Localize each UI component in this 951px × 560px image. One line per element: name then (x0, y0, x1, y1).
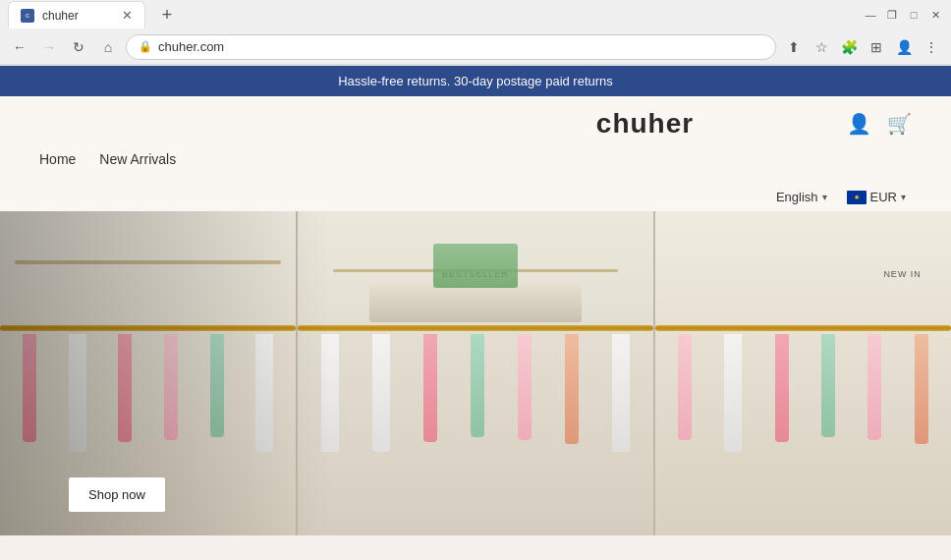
title-bar: c chuher ✕ + — ❐ □ ✕ (0, 0, 951, 29)
clothes-right (655, 334, 951, 513)
garment-white-right-1 (724, 334, 742, 452)
clothes-mid (298, 334, 653, 513)
site-nav: Home New Arrivals (39, 147, 912, 171)
site-logo[interactable]: chuher (443, 108, 847, 140)
garment-peach-mid (565, 334, 579, 444)
extension-button[interactable]: 🧩 (837, 35, 861, 59)
back-button[interactable]: ← (8, 35, 31, 59)
refresh-button[interactable]: ↻ (67, 35, 90, 59)
hero-section: BESTSELLER NEW IN (0, 211, 951, 535)
browser-chrome: c chuher ✕ + — ❐ □ ✕ ← → ↻ ⌂ 🔒 chuher.co… (0, 0, 951, 66)
shop-now-button[interactable]: Shop now (69, 477, 165, 512)
garment-pink-mid (423, 334, 437, 442)
rack-right-panel: NEW IN (655, 211, 951, 535)
close-button[interactable]: ✕ (927, 7, 943, 23)
address-input[interactable]: 🔒 chuher.com (126, 34, 776, 60)
plant-pot-mid (433, 244, 519, 288)
url-text: chuher.com (158, 39, 224, 54)
garment-lpink-right-1 (678, 334, 692, 440)
garment-white-mid-2 (372, 334, 390, 452)
nav-new-arrivals[interactable]: New Arrivals (99, 151, 176, 167)
hero-overlay (0, 211, 333, 535)
home-button[interactable]: ⌂ (96, 35, 120, 59)
restore-button[interactable]: ❐ (884, 7, 900, 23)
account-icon[interactable]: 👤 (847, 112, 871, 136)
garment-peach-right (915, 334, 928, 444)
tab-favicon: c (21, 9, 34, 23)
rack-mid-panel: BESTSELLER (298, 211, 655, 535)
language-selector[interactable]: English ▾ (770, 187, 833, 207)
rod-mid (298, 325, 653, 331)
eu-flag-icon: ★ (847, 191, 867, 204)
bookmark-button[interactable]: ☆ (810, 35, 833, 59)
grid-button[interactable]: ⊞ (865, 35, 888, 59)
rod-right (655, 325, 951, 331)
maximize-button[interactable]: □ (906, 7, 922, 23)
currency-chevron: ▾ (901, 192, 906, 202)
header-icons: 👤 🛒 (847, 112, 912, 136)
garment-mint-mid (471, 334, 484, 437)
share-button[interactable]: ⬆ (782, 35, 806, 59)
garment-lpink-mid (518, 334, 531, 440)
header-main: chuher 👤 🛒 (39, 108, 912, 140)
new-in-label: NEW IN (883, 269, 922, 279)
lock-icon: 🔒 (139, 40, 152, 53)
cart-icon[interactable]: 🛒 (887, 112, 912, 136)
language-chevron: ▾ (822, 192, 827, 202)
window-controls: — ❐ □ ✕ (863, 7, 943, 23)
profile-button[interactable]: 👤 (892, 35, 916, 59)
currency-label: EUR (870, 190, 897, 204)
browser-actions: ⬆ ☆ 🧩 ⊞ 👤 ⋮ (782, 35, 943, 59)
site-header: chuher 👤 🛒 Home New Arrivals (0, 96, 951, 183)
minimize-button[interactable]: — (863, 7, 878, 23)
forward-button[interactable]: → (37, 35, 61, 59)
new-tab-button[interactable]: + (153, 1, 181, 28)
language-label: English (776, 190, 818, 204)
tab-title: chuher (42, 9, 79, 23)
garment-lpink-right-2 (867, 334, 881, 440)
tab-close-button[interactable]: ✕ (122, 8, 133, 23)
shelf-item-mid (369, 283, 583, 322)
language-currency-row: English ▾ ★ EUR ▾ (0, 183, 951, 211)
website: Hassle-free returns. 30-day postage paid… (0, 66, 951, 560)
announcement-bar: Hassle-free returns. 30-day postage paid… (0, 66, 951, 96)
garment-mint-right (821, 334, 835, 437)
nav-home[interactable]: Home (39, 151, 76, 167)
address-bar-row: ← → ↻ ⌂ 🔒 chuher.com ⬆ ☆ 🧩 ⊞ 👤 ⋮ (0, 29, 951, 65)
garment-pink-right (775, 334, 789, 442)
announcement-text: Hassle-free returns. 30-day postage paid… (338, 74, 613, 88)
garment-white-mid-3 (612, 334, 630, 452)
menu-button[interactable]: ⋮ (920, 35, 943, 59)
currency-selector[interactable]: ★ EUR ▾ (841, 187, 912, 207)
active-tab[interactable]: c chuher ✕ (8, 1, 145, 28)
